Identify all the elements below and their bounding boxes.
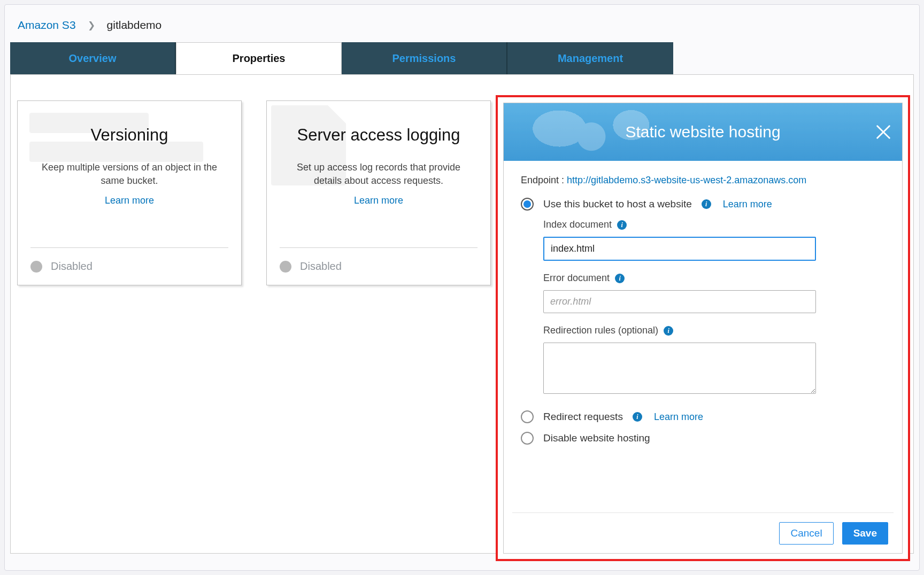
breadcrumb-current: gitlabdemo [107,19,162,32]
versioning-desc: Keep multiple versions of an object in t… [34,161,225,188]
versioning-status: Disabled [51,260,93,273]
static-hosting-highlight: Static website hosting Endpoint : http:/… [496,95,910,561]
tab-bar: Overview Properties Permissions Manageme… [10,42,914,75]
info-icon[interactable]: i [633,412,642,422]
opt-host-learn-more-link[interactable]: Learn more [723,199,772,210]
versioning-learn-more-link[interactable]: Learn more [30,195,228,206]
radio-redirect-requests[interactable] [521,410,534,423]
info-icon[interactable]: i [664,326,673,336]
logging-learn-more-link[interactable]: Learn more [280,195,478,206]
versioning-card[interactable]: Versioning Keep multiple versions of an … [17,100,242,285]
panel-title: Static website hosting [625,123,780,141]
tab-properties[interactable]: Properties [176,42,342,74]
radio-host-website[interactable] [521,198,534,211]
opt-host-label: Use this bucket to host a website [543,198,692,210]
endpoint-label: Endpoint : [521,175,567,185]
index-document-label: Index document [543,219,612,230]
endpoint-link[interactable]: http://gitlabdemo.s3-website-us-west-2.a… [567,175,806,185]
info-icon[interactable]: i [617,220,627,230]
opt-redirect-learn-more-link[interactable]: Learn more [654,411,703,423]
breadcrumb: Amazon S3 ❯ gitlabdemo [7,14,917,42]
tab-management[interactable]: Management [507,42,673,74]
close-icon[interactable] [874,123,892,141]
save-button[interactable]: Save [842,522,888,545]
logging-status: Disabled [300,260,342,273]
index-document-input[interactable] [543,237,816,261]
properties-content: Versioning Keep multiple versions of an … [10,75,914,554]
radio-disable-hosting[interactable] [521,432,534,445]
panel-header: Static website hosting [504,103,902,161]
breadcrumb-root-link[interactable]: Amazon S3 [18,19,76,32]
endpoint-row: Endpoint : http://gitlabdemo.s3-website-… [521,175,885,186]
tab-overview[interactable]: Overview [10,42,176,74]
info-icon[interactable]: i [702,199,711,209]
static-hosting-panel: Static website hosting Endpoint : http:/… [503,103,903,554]
status-dot-icon [30,261,42,273]
opt-redirect-label: Redirect requests [543,411,623,423]
cancel-button[interactable]: Cancel [779,522,833,545]
error-document-input[interactable] [543,290,816,313]
redirection-rules-label: Redirection rules (optional) [543,325,658,336]
tab-permissions[interactable]: Permissions [342,42,507,74]
status-dot-icon [280,261,291,273]
panel-footer: Cancel Save [512,512,894,553]
logging-card[interactable]: Server access logging Set up access log … [266,100,491,285]
versioning-title: Versioning [30,126,228,145]
chevron-right-icon: ❯ [88,20,95,31]
error-document-label: Error document [543,273,610,283]
redirection-rules-input[interactable] [543,343,816,394]
info-icon[interactable]: i [615,274,625,283]
opt-disable-label: Disable website hosting [543,432,650,444]
